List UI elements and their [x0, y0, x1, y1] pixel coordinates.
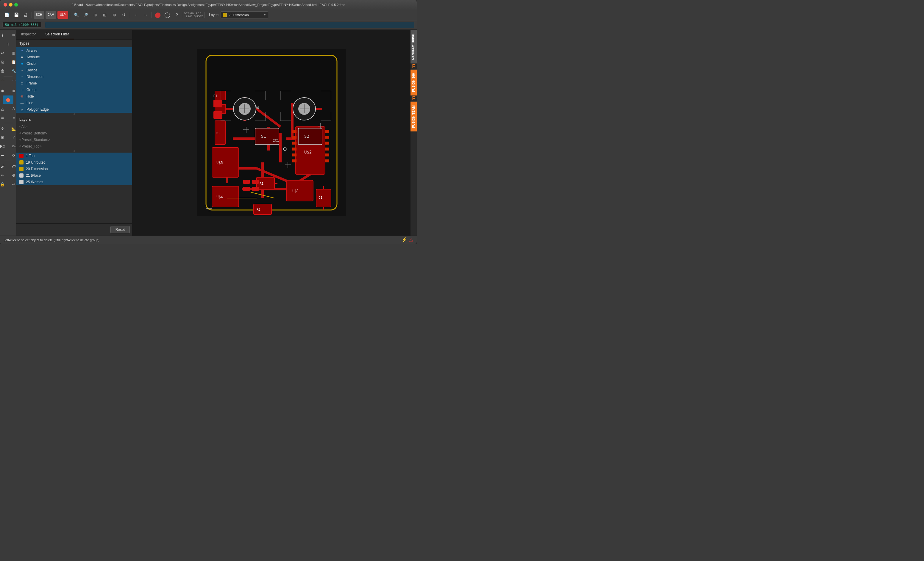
title-bar: 2 Board - /Users/ahmedibrahim/Documents/…: [0, 0, 417, 9]
print-button[interactable]: 🖨: [21, 11, 30, 19]
command-input[interactable]: [45, 22, 414, 28]
manufacturing-panel-tab[interactable]: MANUFACTURING: [411, 30, 417, 63]
value-button[interactable]: 10k: [8, 142, 16, 151]
fusion-team-panel-tab[interactable]: FUSION TEAM: [411, 102, 417, 132]
design-link-button[interactable]: DESIGNLINK: [185, 11, 193, 19]
layer-item-tnames[interactable]: 25 tNames: [16, 179, 132, 186]
preset-all[interactable]: <All>: [16, 123, 132, 130]
svg-rect-76: [252, 180, 259, 184]
layer-item-dimension[interactable]: 20 Dimension: [16, 166, 132, 172]
type-item-circle[interactable]: ● Circle: [16, 60, 132, 67]
layer-swatch-tnames: [20, 180, 24, 184]
origin-button[interactable]: ⊹: [0, 124, 8, 133]
edit-button[interactable]: ⚙: [8, 171, 16, 180]
type-item-attribute[interactable]: A Attribute: [16, 54, 132, 60]
sch-button[interactable]: SCH: [34, 11, 44, 19]
grid-button[interactable]: ⊞: [0, 133, 8, 142]
panel-content: Types ≈ Airwire A Attribute ● Circle: [16, 40, 132, 223]
zoom-custom-button[interactable]: ⊛: [110, 11, 118, 19]
layer-dropdown[interactable]: 20 Dimension ▼: [220, 11, 268, 18]
preset-bottom[interactable]: <Preset_Bottom>: [16, 130, 132, 136]
via2-button[interactable]: ⊗: [8, 87, 16, 95]
tag-button[interactable]: 🏷: [8, 162, 16, 171]
route-button[interactable]: ⌒: [0, 78, 8, 86]
refresh-button[interactable]: ↺: [120, 11, 128, 19]
preset-top[interactable]: <Preset_Top>: [16, 143, 132, 150]
maximize-button[interactable]: [14, 3, 18, 6]
preset-standard[interactable]: <Preset_Standard>: [16, 136, 132, 143]
svg-rect-32: [325, 159, 329, 162]
type-item-hole[interactable]: ◎ Hole: [16, 93, 132, 100]
back-button[interactable]: ←: [132, 11, 140, 19]
rotate-button[interactable]: ⟳: [8, 151, 16, 159]
net-button[interactable]: ≋: [0, 113, 8, 122]
zoom-area-button[interactable]: ⊞: [100, 11, 109, 19]
undo-button[interactable]: ↩: [0, 49, 8, 57]
layer-item-top[interactable]: 1 Top: [16, 153, 132, 159]
zoom-fit-button[interactable]: ⊕: [91, 11, 99, 19]
type-item-frame[interactable]: □ Frame: [16, 80, 132, 87]
info-button[interactable]: ℹ: [0, 31, 8, 39]
type-item-polygon-edge[interactable]: △ Polygon Edge: [16, 106, 132, 113]
tool-button[interactable]: 🔧: [8, 67, 16, 75]
svg-rect-43: [254, 204, 272, 214]
copy-button[interactable]: ⎘: [0, 58, 8, 66]
layer-name-tplace: 21 tPlace: [26, 174, 41, 178]
circle-button[interactable]: ◯: [163, 11, 171, 19]
poly-button[interactable]: △: [0, 105, 8, 113]
window-title: 2 Board - /Users/ahmedibrahim/Documents/…: [4, 3, 413, 6]
move3d-button[interactable]: ⬌: [0, 151, 8, 159]
canvas-area[interactable]: U$2 U$1: [132, 30, 410, 236]
layer-label: Layer:: [209, 13, 219, 17]
move-button[interactable]: ✛: [3, 40, 14, 48]
lt-pair-10: ⊞ ✓: [0, 133, 16, 142]
fusion360-panel-tab[interactable]: FUSION 360: [411, 69, 417, 96]
drc-button[interactable]: ✓: [8, 133, 16, 142]
lock-button[interactable]: 🔒: [0, 180, 8, 188]
airwire-button[interactable]: ⬤: [3, 96, 14, 104]
trace-button[interactable]: ✏: [0, 171, 8, 180]
help-button[interactable]: ?: [172, 11, 181, 19]
ulp-button[interactable]: ULP: [57, 11, 68, 19]
toolbar-separator-3: [130, 12, 130, 18]
forward-button[interactable]: →: [141, 11, 150, 19]
type-item-group[interactable]: □ Group: [16, 87, 132, 93]
device-icon: →: [20, 68, 24, 72]
tab-selection-filter[interactable]: Selection Filter: [40, 30, 74, 39]
tab-inspector[interactable]: Inspector: [16, 30, 40, 39]
type-item-dimension[interactable]: ↔ Dimension: [16, 73, 132, 80]
lt-pair-1: ℹ 👁: [0, 31, 16, 39]
open-button[interactable]: 📄: [2, 11, 11, 19]
lt-pair-5: ⌒ ⌒: [0, 78, 16, 86]
group-button[interactable]: ▥: [8, 49, 16, 57]
via-button[interactable]: ⊕: [0, 87, 8, 95]
minimize-button[interactable]: [9, 3, 12, 6]
hole-icon: ◎: [20, 94, 24, 99]
delete-button[interactable]: 🗑: [0, 67, 8, 75]
paint-button[interactable]: 🖌: [0, 162, 8, 171]
route2-button[interactable]: ⌒: [8, 78, 16, 86]
paste-button[interactable]: 📋: [8, 58, 16, 66]
measure-button[interactable]: 📐: [8, 124, 16, 133]
close-button[interactable]: [4, 3, 7, 6]
zoom-out-button[interactable]: 🔎: [82, 11, 90, 19]
type-item-airwire[interactable]: ≈ Airwire: [16, 47, 132, 54]
bus-button[interactable]: ≡: [8, 113, 16, 122]
type-item-device[interactable]: → Device: [16, 67, 132, 73]
layer-item-unrouted[interactable]: 19 Unrouted: [16, 159, 132, 166]
text-button[interactable]: A: [8, 105, 16, 113]
svg-rect-22: [292, 136, 297, 139]
layer-item-tplace[interactable]: 21 tPlace: [16, 172, 132, 179]
svg-text:S1: S1: [261, 134, 266, 139]
pcb-quote-button[interactable]: PCBQUOTE: [194, 11, 203, 19]
cam-button[interactable]: CAM: [45, 11, 56, 19]
type-item-line[interactable]: — Line: [16, 100, 132, 106]
save-button[interactable]: 💾: [12, 11, 20, 19]
connect-button[interactable]: ⇔: [8, 180, 16, 188]
stop-button[interactable]: ⬤: [154, 11, 162, 19]
label-button[interactable]: R2: [0, 142, 8, 151]
reset-button[interactable]: Reset: [111, 226, 130, 233]
zoom-in-button[interactable]: 🔍: [72, 11, 80, 19]
eye-button[interactable]: 👁: [8, 31, 16, 39]
type-label-circle: Circle: [27, 61, 36, 66]
